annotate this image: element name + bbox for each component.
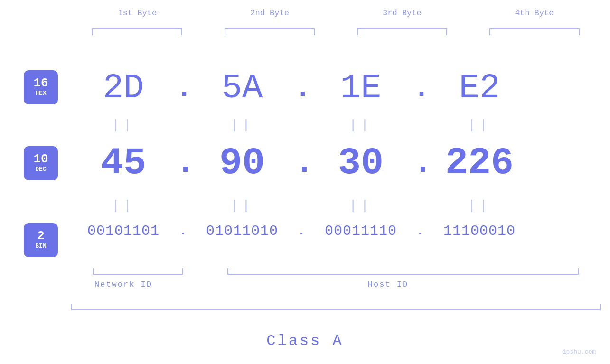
bracket-class-bottom [71, 304, 601, 310]
top-brackets [71, 28, 601, 35]
hex-badge-label: HEX [35, 89, 46, 98]
hex-dot-2: . [294, 72, 309, 104]
hex-row: 2D . 5A . 1E . E2 [71, 69, 601, 108]
bin-byte4: 11100010 [427, 223, 532, 239]
hex-badge-number: 16 [33, 77, 48, 89]
byte4-header: 4th Byte [482, 9, 587, 18]
bracket-top-1 [92, 28, 182, 35]
hex-badge: 16 HEX [24, 70, 58, 104]
bracket-bottom-network [93, 268, 183, 275]
pipe2-byte3: || [309, 198, 413, 213]
dec-byte3: 30 [309, 141, 413, 185]
dec-dot-3: . [413, 144, 427, 182]
hex-byte1: 2D [71, 69, 176, 108]
hex-dot-3: . [413, 72, 427, 104]
header-row: 1st Byte 2nd Byte 3rd Byte 4th Byte [71, 9, 601, 18]
class-label: Class A [0, 332, 610, 350]
pipes-row-1: || || || || [71, 118, 601, 132]
pipe1-byte3: || [309, 118, 413, 132]
pipe1-byte1: || [71, 118, 176, 132]
bin-dot-1: . [176, 224, 190, 238]
dec-byte4: 226 [427, 141, 532, 185]
bin-dot-3: . [413, 224, 427, 238]
bin-byte2: 01011010 [190, 223, 294, 239]
bracket-top-2 [225, 28, 315, 35]
dec-dot-2: . [294, 144, 309, 182]
main-container: 16 HEX 10 DEC 2 BIN 1st Byte 2nd Byte 3r… [0, 0, 610, 364]
dec-badge-number: 10 [33, 153, 48, 165]
bin-badge-number: 2 [37, 230, 45, 242]
hex-byte4: E2 [427, 69, 532, 108]
dec-byte2: 90 [190, 141, 294, 185]
hex-byte2: 5A [190, 69, 294, 108]
hex-dot-1: . [176, 72, 190, 104]
dec-badge-label: DEC [35, 165, 46, 174]
pipe1-byte2: || [190, 118, 294, 132]
bin-bottom-brackets-row [71, 268, 601, 275]
pipes-row-2: || || || || [71, 198, 601, 213]
bin-badge-label: BIN [35, 242, 46, 251]
network-id-label: Network ID [71, 280, 176, 289]
bin-byte1: 00101101 [71, 223, 176, 239]
pipe2-byte2: || [190, 198, 294, 213]
bracket-top-3 [357, 28, 447, 35]
bracket-top-4 [489, 28, 580, 35]
byte2-header: 2nd Byte [217, 9, 322, 18]
dec-dot-1: . [176, 144, 190, 182]
byte1-header: 1st Byte [85, 9, 189, 18]
watermark: ipshu.com [563, 348, 596, 355]
dec-badge: 10 DEC [24, 146, 58, 180]
pipe2-byte4: || [427, 198, 532, 213]
bin-byte3: 00011110 [309, 223, 413, 239]
pipe1-byte4: || [427, 118, 532, 132]
bin-row: 00101101 . 01011010 . 00011110 . 1110001… [71, 223, 601, 239]
dec-byte1: 45 [71, 141, 176, 185]
id-labels-row: Network ID Host ID [71, 280, 601, 289]
host-id-label: Host ID [176, 280, 601, 289]
bracket-bottom-host [227, 268, 579, 275]
bin-badge: 2 BIN [24, 223, 58, 257]
bin-dot-2: . [294, 224, 309, 238]
hex-byte3: 1E [309, 69, 413, 108]
pipe2-byte1: || [71, 198, 176, 213]
byte3-header: 3rd Byte [350, 9, 454, 18]
dec-row: 45 . 90 . 30 . 226 [71, 141, 601, 185]
